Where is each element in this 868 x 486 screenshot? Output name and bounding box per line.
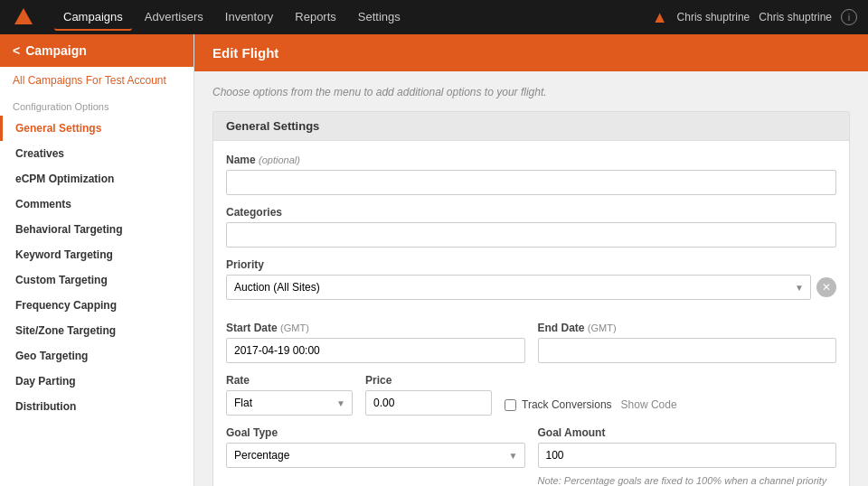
nav-advertisers[interactable]: Advertisers <box>136 5 212 31</box>
goal-amount-label: Goal Amount <box>538 426 837 439</box>
goal-type-select-wrapper: Percentage Impressions Clicks ▼ <box>226 443 525 468</box>
sidebar-header[interactable]: < Campaign <box>0 34 193 67</box>
sidebar-item-site-zone-targeting[interactable]: Site/Zone Targeting <box>0 318 193 343</box>
sidebar-section-label: Configuration Options <box>0 94 193 116</box>
nav-inventory[interactable]: Inventory <box>216 5 282 31</box>
general-settings-panel-header: General Settings <box>213 112 849 141</box>
instructions-text: Choose options from the menu to add addi… <box>212 86 850 98</box>
sidebar-item-general-settings[interactable]: General Settings <box>0 116 193 141</box>
nav-links: Campaigns Advertisers Inventory Reports … <box>54 5 634 31</box>
start-date-input[interactable] <box>226 338 525 363</box>
sidebar-campaign-title: Campaign <box>25 43 87 58</box>
sidebar-item-geo-targeting[interactable]: Geo Targeting <box>0 343 193 369</box>
rate-group: Rate Flat ▼ <box>226 374 353 416</box>
user-name: Chris shuptrine <box>677 11 750 23</box>
rate-select-wrapper: Flat ▼ <box>226 390 353 416</box>
sidebar-item-frequency-capping[interactable]: Frequency Capping <box>0 293 193 318</box>
goal-type-label: Goal Type <box>226 426 525 439</box>
track-conversions-label: Track Conversions <box>522 398 612 411</box>
goal-type-select[interactable]: Percentage Impressions Clicks <box>226 443 525 468</box>
name-optional: (optional) <box>259 154 300 165</box>
price-input[interactable] <box>365 390 492 416</box>
user-logo-icon: ▲ <box>652 8 668 27</box>
priority-label: Priority <box>226 258 836 271</box>
user-display: Chris shuptrine <box>759 11 832 23</box>
sidebar-item-day-parting[interactable]: Day Parting <box>0 369 193 394</box>
priority-group: Priority Auction (All Sites) ▼ ✕ <box>226 258 836 311</box>
content-area: Choose options from the menu to add addi… <box>194 71 868 486</box>
categories-label: Categories <box>226 206 836 219</box>
goal-amount-input[interactable] <box>538 443 837 468</box>
sidebar-item-comments[interactable]: Comments <box>0 192 193 217</box>
end-date-label: End Date (GMT) <box>538 322 837 334</box>
price-label: Price <box>365 374 492 387</box>
start-date-gmt: (GMT) <box>280 322 309 333</box>
show-code-link[interactable]: Show Code <box>621 398 677 411</box>
end-date-input[interactable] <box>538 338 837 363</box>
end-date-gmt: (GMT) <box>588 322 617 333</box>
back-arrow-icon: < <box>13 43 20 58</box>
goal-note-text: Note: Percentage goals are fixed to 100%… <box>538 475 837 486</box>
page-layout: < Campaign All Campaigns For Test Accoun… <box>0 34 868 486</box>
top-navigation: Campaigns Advertisers Inventory Reports … <box>0 0 868 34</box>
categories-input[interactable] <box>226 222 836 248</box>
rate-label: Rate <box>226 374 353 387</box>
svg-marker-0 <box>14 8 33 24</box>
priority-row: Auction (All Sites) ▼ ✕ <box>226 275 836 300</box>
page-header: Edit Flight <box>194 34 868 71</box>
rate-select[interactable]: Flat <box>226 390 353 416</box>
sidebar-item-behavioral-targeting[interactable]: Behavioral Targeting <box>0 217 193 242</box>
goal-amount-group: Goal Amount Note: Percentage goals are f… <box>538 426 837 486</box>
general-settings-panel-body: Name (optional) Categories Priority <box>213 141 849 486</box>
name-group: Name (optional) <box>226 154 836 195</box>
start-date-label: Start Date (GMT) <box>226 322 525 334</box>
name-input[interactable] <box>226 170 836 195</box>
sidebar: < Campaign All Campaigns For Test Accoun… <box>0 34 194 486</box>
nav-campaigns[interactable]: Campaigns <box>54 5 132 31</box>
track-conversions-group: Track Conversions Show Code <box>505 398 677 416</box>
sidebar-item-creatives[interactable]: Creatives <box>0 141 193 166</box>
sidebar-item-ecpm-optimization[interactable]: eCPM Optimization <box>0 166 193 192</box>
goal-row: Goal Type Percentage Impressions Clicks … <box>226 426 836 486</box>
end-date-group: End Date (GMT) <box>538 322 837 363</box>
sidebar-item-distribution[interactable]: Distribution <box>0 394 193 419</box>
nav-reports[interactable]: Reports <box>286 5 345 31</box>
price-group: Price <box>365 374 492 416</box>
track-conversions-checkbox[interactable] <box>505 399 516 411</box>
info-icon[interactable]: i <box>841 9 857 25</box>
priority-select[interactable]: Auction (All Sites) <box>226 275 811 300</box>
sidebar-item-custom-targeting[interactable]: Custom Targeting <box>0 267 193 293</box>
priority-select-wrap: Auction (All Sites) ▼ <box>226 275 811 300</box>
categories-group: Categories <box>226 206 836 248</box>
start-date-group: Start Date (GMT) <box>226 322 525 363</box>
main-content: Edit Flight Choose options from the menu… <box>194 34 868 486</box>
user-area: ▲ Chris shuptrine Chris shuptrine i <box>652 8 857 27</box>
priority-info-icon[interactable]: ✕ <box>816 277 836 297</box>
general-settings-panel: General Settings Name (optional) Categor… <box>212 111 850 486</box>
all-campaigns-link[interactable]: All Campaigns For Test Account <box>0 67 193 94</box>
date-row: Start Date (GMT) End Date (GMT) <box>226 322 836 363</box>
sidebar-item-keyword-targeting[interactable]: Keyword Targeting <box>0 242 193 267</box>
name-label: Name (optional) <box>226 154 836 166</box>
goal-type-group: Goal Type Percentage Impressions Clicks … <box>226 426 525 486</box>
logo-icon[interactable] <box>11 5 36 30</box>
rate-row: Rate Flat ▼ Price <box>226 374 836 416</box>
nav-settings[interactable]: Settings <box>349 5 410 31</box>
